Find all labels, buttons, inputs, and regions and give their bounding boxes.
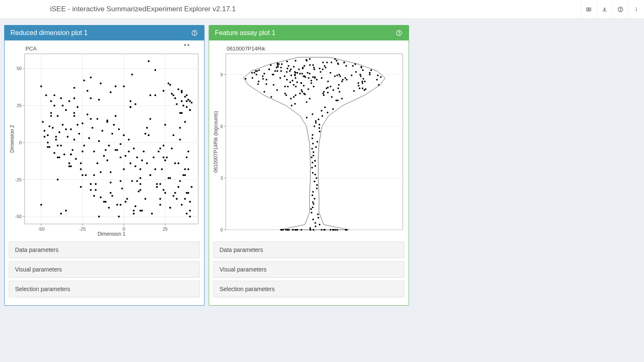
svg-point-297 bbox=[281, 63, 283, 65]
snapshot-icon bbox=[586, 6, 592, 13]
svg-point-490 bbox=[277, 70, 278, 72]
svg-text:25: 25 bbox=[17, 103, 22, 108]
svg-point-418 bbox=[287, 68, 288, 69]
svg-point-261 bbox=[181, 91, 182, 93]
svg-point-309 bbox=[273, 74, 274, 75]
svg-point-174 bbox=[106, 159, 108, 161]
svg-point-77 bbox=[98, 140, 100, 142]
svg-point-411 bbox=[284, 93, 286, 94]
svg-point-518 bbox=[318, 127, 320, 129]
svg-point-104 bbox=[141, 210, 143, 211]
svg-point-181 bbox=[164, 124, 166, 126]
svg-text:9: 9 bbox=[220, 72, 223, 77]
svg-point-342 bbox=[321, 115, 323, 117]
data-parameters-button[interactable]: Data parameters bbox=[9, 241, 200, 258]
info-icon bbox=[633, 6, 639, 13]
svg-point-211 bbox=[189, 100, 191, 102]
visual-parameters-button[interactable]: Visual parameters bbox=[9, 261, 200, 278]
panel-help-button[interactable] bbox=[395, 29, 403, 37]
svg-point-124 bbox=[174, 162, 176, 164]
svg-point-126 bbox=[177, 186, 179, 188]
svg-point-247 bbox=[184, 96, 186, 98]
svg-point-324 bbox=[323, 94, 325, 96]
svg-point-456 bbox=[336, 75, 338, 76]
svg-point-145 bbox=[86, 90, 88, 91]
svg-point-421 bbox=[299, 73, 301, 75]
svg-point-336 bbox=[291, 105, 293, 106]
svg-point-478 bbox=[361, 80, 363, 82]
data-parameters-button[interactable]: Data parameters bbox=[213, 241, 404, 258]
svg-point-155 bbox=[134, 165, 136, 167]
violin-plot-container[interactable]: 03690610007P14Rik (logcounts)0610007P14R… bbox=[213, 45, 404, 236]
violin-plot[interactable]: 03690610007P14Rik (logcounts)0610007P14R… bbox=[213, 45, 405, 236]
svg-point-427 bbox=[257, 83, 259, 85]
panel-title: Feature assay plot 1 bbox=[215, 29, 275, 37]
svg-point-446 bbox=[255, 70, 257, 72]
svg-point-374 bbox=[335, 229, 336, 231]
svg-point-420 bbox=[320, 71, 321, 73]
svg-point-329 bbox=[301, 91, 303, 93]
svg-text:Dimension 2: Dimension 2 bbox=[9, 125, 15, 153]
svg-point-205 bbox=[110, 171, 111, 173]
svg-point-250 bbox=[189, 210, 191, 211]
panel-header-feat[interactable]: Feature assay plot 1 bbox=[209, 25, 409, 40]
help-circle-icon bbox=[617, 6, 624, 13]
svg-point-526 bbox=[314, 174, 316, 176]
svg-text:50: 50 bbox=[17, 66, 22, 71]
download-button[interactable] bbox=[596, 0, 612, 18]
svg-point-253 bbox=[182, 105, 184, 106]
panel-header-reddim[interactable]: Reduced dimension plot 1 bbox=[5, 25, 204, 40]
panel-help-button[interactable] bbox=[191, 29, 198, 37]
svg-point-453 bbox=[309, 64, 311, 66]
svg-point-100 bbox=[134, 205, 136, 207]
svg-point-194 bbox=[139, 189, 141, 191]
panel-title: Reduced dimension plot 1 bbox=[10, 29, 88, 37]
pca-plot-container[interactable]: -50-25025-50-2502550Dimension 1Dimension… bbox=[9, 45, 200, 236]
svg-point-326 bbox=[293, 96, 295, 98]
svg-point-464 bbox=[262, 75, 264, 77]
svg-point-425 bbox=[311, 80, 312, 81]
svg-point-388 bbox=[309, 229, 311, 231]
svg-point-170 bbox=[73, 112, 75, 114]
selection-parameters-button[interactable]: Selection parameters bbox=[213, 281, 404, 297]
svg-point-195 bbox=[149, 118, 151, 120]
svg-point-221 bbox=[106, 119, 108, 121]
svg-point-90 bbox=[118, 128, 120, 130]
svg-point-346 bbox=[319, 131, 321, 132]
svg-point-115 bbox=[159, 204, 161, 206]
help-button[interactable] bbox=[612, 0, 628, 18]
svg-point-101 bbox=[136, 156, 138, 158]
svg-point-224 bbox=[146, 127, 148, 128]
selection-parameters-button[interactable]: Selection parameters bbox=[9, 281, 200, 297]
svg-point-262 bbox=[184, 174, 186, 176]
svg-point-366 bbox=[330, 229, 331, 231]
svg-point-210 bbox=[176, 198, 177, 199]
svg-point-103 bbox=[139, 168, 141, 170]
svg-point-431 bbox=[353, 90, 355, 92]
svg-point-438 bbox=[334, 75, 336, 77]
svg-point-424 bbox=[363, 78, 364, 80]
svg-point-249 bbox=[187, 99, 189, 101]
svg-point-461 bbox=[324, 65, 326, 67]
svg-point-500 bbox=[252, 77, 253, 79]
svg-point-321 bbox=[378, 84, 380, 85]
svg-point-143 bbox=[77, 124, 78, 126]
pca-plot[interactable]: -50-25025-50-2502550Dimension 1Dimension… bbox=[9, 45, 201, 236]
svg-point-236 bbox=[73, 87, 75, 88]
svg-point-252 bbox=[181, 204, 182, 206]
svg-point-95 bbox=[126, 198, 128, 199]
svg-point-169 bbox=[65, 210, 67, 211]
visual-parameters-button[interactable]: Visual parameters bbox=[213, 261, 404, 278]
svg-point-316 bbox=[326, 88, 327, 89]
svg-point-435 bbox=[345, 65, 347, 67]
svg-point-229 bbox=[70, 165, 72, 167]
svg-point-322 bbox=[299, 93, 301, 94]
info-button[interactable] bbox=[628, 0, 644, 18]
svg-point-131 bbox=[186, 100, 187, 102]
svg-point-217 bbox=[167, 177, 169, 179]
svg-point-123 bbox=[172, 94, 174, 96]
svg-point-415 bbox=[277, 63, 278, 64]
svg-point-232 bbox=[139, 183, 141, 185]
svg-point-168 bbox=[57, 178, 58, 180]
snapshot-button[interactable] bbox=[581, 0, 596, 18]
